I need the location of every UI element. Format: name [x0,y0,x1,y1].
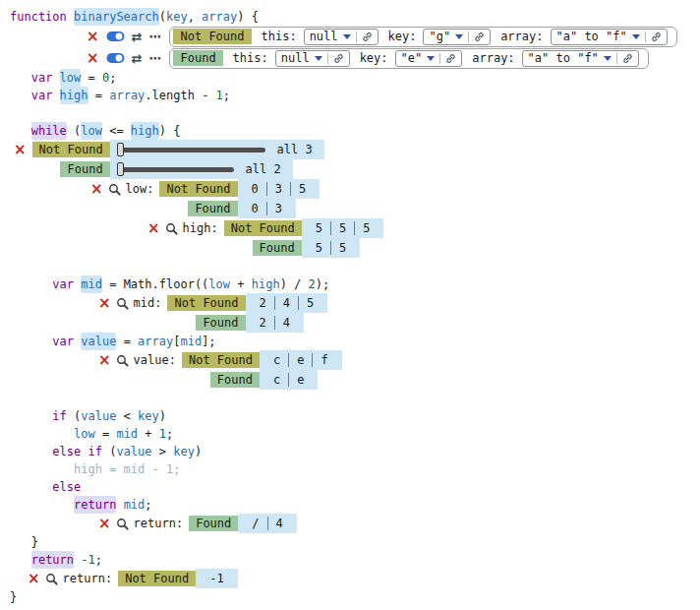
close-icon[interactable]: × [147,221,160,236]
example-box: Not Foundthis:nullkey:"g"array:"a" to "f… [169,27,676,47]
probe-value: e [288,373,312,387]
probe-lead: ×low: [90,179,153,199]
link-icon[interactable] [468,31,485,42]
probe-values: ce [260,370,318,390]
code-token: value [81,409,116,423]
code-line: high = mid - 1; [10,460,700,478]
dropdown-value: null [310,30,338,43]
probe-lead: ×return: [98,514,183,533]
code-token: + [230,277,252,291]
code-token: var [52,277,74,291]
dropdown-value: null [281,51,310,65]
code-token: ) [195,445,202,458]
close-icon[interactable]: × [98,517,111,531]
code-token: return [31,551,74,569]
param-label: this: [262,30,297,43]
code-token: .length - [145,89,215,102]
code-token [10,335,52,348]
probe-value: 5 [298,296,321,310]
probe-values: /4 [238,514,296,533]
link-icon[interactable] [356,31,373,42]
chevron-down-icon[interactable] [604,56,612,61]
code-token: return [74,496,116,514]
param-value-dropdown[interactable]: "g" [423,29,491,45]
param-label: key: [360,51,388,65]
probe-value: c [265,353,288,367]
chevron-down-icon[interactable] [427,56,435,61]
code-token: else [52,445,81,458]
magnifier-icon[interactable] [116,518,129,530]
slider-lead: × [14,140,27,159]
param-value-dropdown[interactable]: null [304,29,379,45]
link-icon[interactable] [616,53,633,64]
example-name-badge: Found [189,516,238,531]
swap-arrows-icon[interactable]: ⇄ [132,30,143,44]
close-icon[interactable]: × [14,143,27,157]
code-token: ; [95,553,102,567]
param-value-dropdown[interactable]: "a" to "f" [522,50,639,67]
close-icon[interactable]: × [87,30,99,44]
magnifier-icon[interactable] [116,354,129,367]
probe-value: 5 [308,221,330,235]
param-value-dropdown[interactable]: null [275,50,350,67]
example-name-badge: Not Found [32,142,110,157]
toggle-icon[interactable] [106,30,125,42]
probe-lead: ×value: [98,350,176,370]
magnifier-icon[interactable] [116,297,129,310]
example-name-badge: Found [253,240,302,256]
probe-widget: ×high:Not Found555Found55 [147,218,700,258]
example-name-badge[interactable]: Found [173,50,222,66]
close-icon[interactable]: × [87,51,99,66]
code-token: 1 [216,89,223,102]
code-token: high [131,122,159,140]
code-token [116,498,123,512]
slider-thumb[interactable] [117,162,124,176]
code-token: ) / [280,277,309,291]
probe-values: cef [260,350,342,370]
slider-thumb[interactable] [117,143,124,156]
swap-arrows-icon[interactable]: ⇄ [132,51,143,66]
code-token: array [109,89,145,102]
code-token: key [138,409,159,423]
close-icon[interactable]: × [90,182,103,197]
close-icon[interactable]: × [98,296,111,311]
iteration-slider-panel: all 2 [110,159,293,179]
probe-value: 5 [290,182,314,196]
iteration-slider[interactable] [118,148,265,152]
code-line: while (low <= high) { [10,122,700,140]
link-icon[interactable] [327,53,344,64]
probe-values: 245 [246,293,328,313]
code-token: binarySearch [74,8,159,26]
code-token: array [202,10,237,24]
code-token: ( [67,409,81,423]
ellipsis-menu-icon[interactable]: ⋯ [148,51,162,66]
chevron-down-icon[interactable] [632,34,640,39]
chevron-down-icon[interactable] [343,34,351,39]
iteration-slider[interactable] [118,167,234,172]
code-token [52,71,59,85]
param-value-dropdown[interactable]: "e" [395,50,463,67]
link-icon[interactable] [439,53,456,64]
probe-value: 4 [274,316,298,330]
loop-iteration-widget: ×Not Foundall 3Foundall 2 [14,140,700,179]
close-icon[interactable]: × [28,572,40,586]
toggle-icon[interactable] [106,52,125,64]
code-token: ) [159,409,166,423]
magnifier-icon[interactable] [165,222,178,235]
magnifier-icon[interactable] [108,183,121,196]
param-value-dropdown[interactable]: "a" to "f" [551,29,668,45]
example-name-badge: Found [60,161,109,177]
close-icon[interactable]: × [98,353,111,368]
code-token [10,480,52,494]
code-token [10,427,74,441]
chevron-down-icon[interactable] [455,34,463,39]
example-name-badge[interactable]: Not Found [173,29,251,44]
link-icon[interactable] [645,31,662,42]
ellipsis-menu-icon[interactable]: ⋯ [148,30,162,44]
code-token [10,553,31,567]
chevron-down-icon[interactable] [315,56,322,61]
code-line: return -1; [10,551,700,569]
dropdown-value: "e" [401,51,423,65]
example-name-badge: Found [188,201,237,216]
magnifier-icon[interactable] [45,573,58,585]
